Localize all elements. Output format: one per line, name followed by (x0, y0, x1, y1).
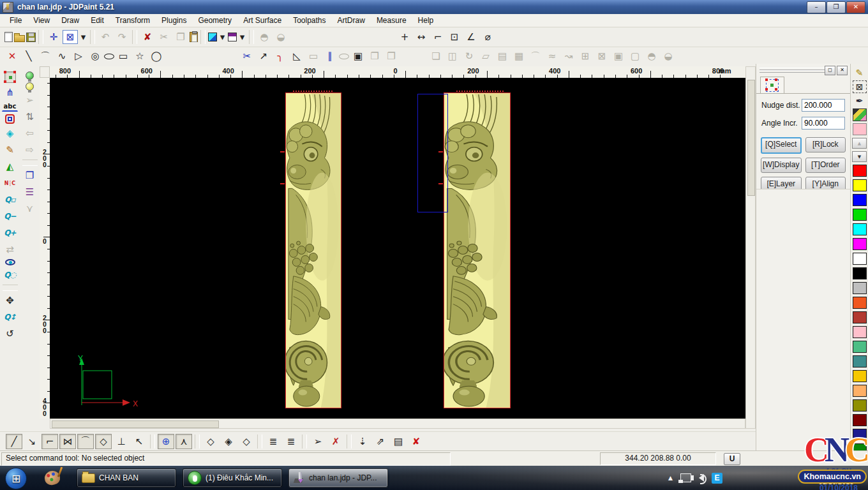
palette-edit-icon[interactable] (853, 108, 867, 121)
menu-file[interactable]: File (4, 15, 27, 26)
arc-deform-icon[interactable]: ⌒ (528, 49, 543, 63)
draw-rect-icon[interactable]: ▭ (116, 49, 131, 63)
unit-button[interactable]: U (724, 453, 740, 465)
center-align-icon[interactable]: ⊞ (578, 49, 593, 63)
panel-header[interactable]: ◻ ✕ (756, 64, 850, 77)
palette-swatch-5[interactable] (853, 238, 867, 250)
menu-geometry[interactable]: Geometry (192, 15, 237, 26)
draw-polygon-icon[interactable]: ▷ (71, 49, 86, 63)
palette-swatch-2[interactable] (853, 194, 867, 206)
plane-zx-icon[interactable]: ◇ (238, 434, 255, 449)
snap-perp-icon[interactable]: ⊥ (113, 434, 130, 449)
snap-axis-icon[interactable]: ⋏ (176, 434, 192, 449)
palette-swatch-11[interactable] (853, 326, 867, 338)
scale-icon[interactable]: ❏ (428, 49, 444, 63)
plane-yz-icon[interactable]: ◈ (220, 434, 237, 449)
zoom-window-icon[interactable]: Q▫ (3, 193, 18, 207)
frame-select-icon[interactable]: ⊠ (853, 80, 867, 93)
palette-swatch-0[interactable] (853, 165, 867, 177)
dim-point-icon[interactable]: + (397, 30, 412, 44)
minimize-button[interactable]: – (807, 1, 826, 13)
new-icon[interactable] (4, 32, 13, 42)
layers-icon[interactable]: ❐ (22, 168, 38, 182)
fill-icon[interactable]: ◈ (3, 126, 18, 140)
layer-snap-b-icon[interactable]: ≣ (283, 434, 299, 449)
panel-button-rlock[interactable]: [R]Lock (805, 137, 846, 152)
pan-icon[interactable]: ✥ (3, 293, 18, 308)
snap-direction-icon[interactable]: ⇗ (372, 434, 389, 449)
relief-shield-icon[interactable]: ◒ (273, 30, 288, 44)
edit-pencil-icon[interactable]: ✎ (853, 66, 867, 79)
palette-swatch-14[interactable] (853, 370, 867, 382)
vertical-scrollbar[interactable] (745, 66, 756, 429)
panel-restore-button[interactable]: ◻ (825, 66, 835, 75)
zoom-extent-icon[interactable]: Q↕ (3, 310, 18, 324)
menu-help[interactable]: Help (412, 15, 440, 26)
menu-transform[interactable]: Transform (110, 15, 156, 26)
snap-auto-icon[interactable]: ↘ (24, 434, 40, 449)
cut-icon[interactable]: ✂ (156, 30, 172, 44)
plane-xy-icon[interactable]: ◇ (202, 434, 219, 449)
palette-swatch-13[interactable] (853, 355, 867, 368)
text-icon[interactable]: abc (2, 102, 19, 112)
draw-arc-icon[interactable]: ⌒ (38, 49, 53, 63)
close-button[interactable]: ✕ (846, 1, 865, 13)
stretch-icon[interactable]: ▤ (495, 49, 510, 63)
menu-toolpaths[interactable]: Toolpaths (287, 15, 331, 26)
contour-icon[interactable] (5, 114, 15, 124)
relief-column-left[interactable] (285, 93, 341, 408)
page-prev-icon[interactable]: ⇦ (22, 126, 38, 140)
combine-icon[interactable]: ▣ (611, 49, 626, 63)
menu-view[interactable]: View (27, 15, 56, 26)
vscroll-thumb[interactable] (747, 80, 755, 196)
nc-tool-icon[interactable]: N┆C (3, 176, 18, 190)
menu-draw[interactable]: Draw (56, 15, 85, 26)
undo-icon[interactable]: ↶ (98, 30, 113, 44)
pick-mode-icon[interactable]: ⊠ (63, 30, 78, 44)
snap-list-icon[interactable]: ▤ (390, 434, 407, 449)
shaded-dropdown-icon[interactable]: ▾ (218, 30, 227, 44)
menu-artdraw[interactable]: ArtDraw (332, 15, 371, 26)
palette-swatch-15[interactable] (853, 385, 867, 397)
dome-c-icon[interactable]: ◓ (644, 49, 659, 63)
outline-ellipse-icon[interactable] (339, 54, 349, 59)
pick-color-pen-icon[interactable]: ✒ (853, 94, 867, 107)
draw-ellipse-icon[interactable] (104, 54, 114, 59)
redo-icon[interactable]: ↷ (114, 30, 130, 44)
light-pick-icon[interactable]: ➢ (22, 93, 38, 107)
wire-view-icon[interactable] (228, 33, 237, 41)
order-down-icon[interactable]: ❐ (384, 49, 399, 63)
bridge-icon[interactable]: ∥ (322, 49, 338, 63)
hscroll-thumb[interactable] (52, 420, 219, 428)
drawing-canvas[interactable]: Y X (50, 78, 745, 419)
menu-edit[interactable]: Edit (85, 15, 110, 26)
taskbar-pin-paint[interactable] (40, 470, 65, 486)
palette-swatch-18[interactable] (853, 429, 867, 441)
extend-icon[interactable]: ↗ (256, 49, 271, 63)
palette-swatch-17[interactable] (853, 414, 867, 426)
maximize-button[interactable]: ❐ (827, 1, 846, 13)
grid-align-icon[interactable]: ⊠ (594, 49, 610, 63)
crosshair-icon[interactable]: ✛ (46, 30, 61, 44)
pick-dropdown-icon[interactable]: ▾ (79, 30, 87, 44)
tray-expand-icon[interactable]: ▲ (668, 475, 673, 481)
snap-free-icon[interactable]: ╱ (6, 434, 22, 449)
split-icon[interactable]: ▢ (627, 49, 643, 63)
draw-line-icon[interactable]: ╲ (21, 49, 36, 63)
horizontal-scrollbar[interactable] (50, 419, 745, 429)
relief-column-right[interactable] (444, 93, 511, 408)
trim-icon[interactable]: ✂ (239, 49, 255, 63)
palette-swatch-10[interactable] (853, 311, 867, 323)
skew-icon[interactable]: ▱ (478, 49, 493, 63)
panel-close-button[interactable]: ✕ (837, 66, 848, 75)
page-next-icon[interactable]: ⇨ (22, 143, 38, 157)
relief-dome-icon[interactable]: ◓ (257, 30, 272, 44)
palette-swatch-4[interactable] (853, 223, 867, 235)
palette-swatch-16[interactable] (853, 399, 867, 412)
palette-swatch-19[interactable] (853, 443, 867, 450)
fillet-icon[interactable]: ╮ (273, 49, 288, 63)
layer-snap-a-icon[interactable]: ≣ (265, 434, 281, 449)
dim-linear-icon[interactable]: ↔ (414, 30, 429, 44)
snap-arc-icon[interactable]: ⌒ (77, 434, 94, 449)
pick-delete-icon[interactable]: ✗ (327, 434, 344, 449)
